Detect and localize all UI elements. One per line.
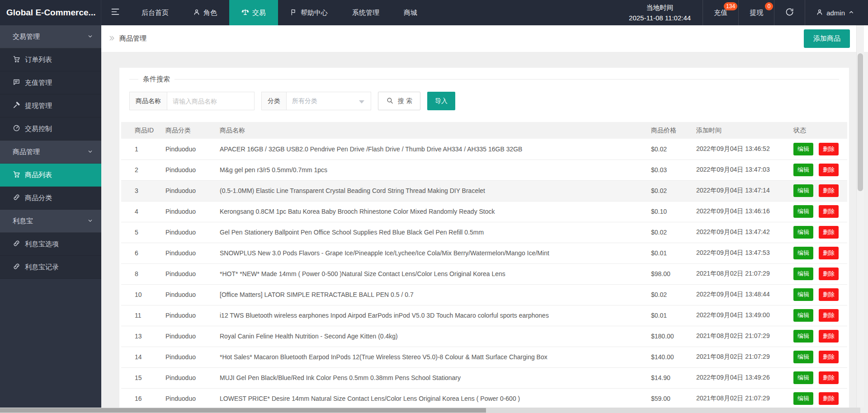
username: admin [826,9,845,17]
nav-item-help-center[interactable]: 帮助中心 [278,0,340,25]
edit-button[interactable]: 编辑 [793,226,813,239]
nav-item-trade[interactable]: 交易 [229,0,278,25]
category-select[interactable]: 所有分类 [287,92,371,110]
edit-button[interactable]: 编辑 [793,309,813,322]
sidebar-item-product-list[interactable]: 商品列表 [0,164,101,187]
cart-icon [13,55,20,64]
cart-icon [13,170,20,179]
import-button[interactable]: 导入 [427,92,455,110]
category-selected-value: 所有分类 [292,97,317,105]
recharge-button[interactable]: 充值 134 [703,0,738,25]
delete-button[interactable]: 删除 [819,351,839,363]
edit-button[interactable]: 编辑 [793,143,813,155]
user-icon [193,9,200,17]
edit-button[interactable]: 编辑 [793,268,813,280]
edit-button[interactable]: 编辑 [793,351,813,363]
cell-product-category: Pinduoduo [162,367,216,388]
sidebar-group-interest-treasure[interactable]: 利息宝 [0,210,101,233]
vertical-scrollbar[interactable] [856,25,864,408]
delete-button[interactable]: 删除 [819,268,839,280]
cell-product-name: (0.5-1.0MM) Elastic Line Transparent Cry… [216,180,647,201]
vertical-scrollbar-thumb[interactable] [858,53,863,191]
search-button[interactable]: 搜 索 [378,92,420,110]
delete-button[interactable]: 删除 [819,392,839,405]
cell-product-price: $180.00 [647,326,693,347]
delete-button[interactable]: 删除 [819,288,839,301]
cell-added-time: 2022年09月04日 13:47:53 [693,243,790,263]
cell-product-category: Pinduoduo [162,222,216,243]
delete-button[interactable]: 删除 [819,164,839,176]
nav-item-dashboard[interactable]: 后台首页 [129,0,181,25]
cell-product-price: $0.02 [647,284,693,305]
local-time-value: 2025-11-08 11:02:44 [629,13,691,23]
edit-button[interactable]: 编辑 [793,330,813,343]
chevron-down-icon [359,100,364,103]
user-menu[interactable]: admin [805,0,868,25]
sidebar-item-interest-records[interactable]: 利息宝记录 [0,256,101,279]
table-row: 8 Pinduoduo *HOT* *NEW* Made 14mm ( Powe… [121,263,847,284]
edit-button[interactable]: 编辑 [793,164,813,176]
table-row: 5 Pinduoduo Gel Pen Stationery Ballpoint… [121,222,847,243]
refresh-button[interactable] [774,0,805,25]
sidebar-item-recharge-management[interactable]: 充值管理 [0,71,101,94]
table-row: 15 Pinduoduo MUJI Gel Pen Black/Blue/Red… [121,367,847,388]
edit-button[interactable]: 编辑 [793,288,813,301]
gavel-icon [13,101,20,110]
edit-button[interactable]: 编辑 [793,392,813,405]
delete-button[interactable]: 删除 [819,184,839,197]
nav-item-system[interactable]: 系统管理 [340,0,392,25]
nav-item-roles[interactable]: 角色 [181,0,229,25]
withdraw-button[interactable]: 提现 0 [738,0,774,25]
sidebar-item-order-list[interactable]: 订单列表 [0,48,101,71]
sidebar-item-interest-options[interactable]: 利息宝选项 [0,233,101,256]
search-panel: 条件搜索 商品名称 分类 所有分类 [129,75,839,110]
cell-product-id: 11 [121,305,162,326]
delete-button[interactable]: 删除 [819,247,839,259]
cell-added-time: 2021年08月02日 21:07:29 [693,326,790,347]
cell-status: 编辑 删除 [790,263,847,284]
horizontal-scrollbar-thumb[interactable] [0,408,486,413]
delete-button[interactable]: 删除 [819,309,839,322]
table-row: 4 Pinduoduo Kerongsang 0.8CM 1pc Batu Ko… [121,201,847,222]
edit-button[interactable]: 编辑 [793,205,813,218]
cell-added-time: 2021年08月02日 21:07:29 [693,388,790,409]
delete-button[interactable]: 删除 [819,143,839,155]
delete-button[interactable]: 删除 [819,371,839,384]
cell-product-category: Pinduoduo [162,263,216,284]
scales-icon [241,8,249,17]
add-product-button[interactable]: 添加商品 [804,29,850,48]
cell-product-name: Royal Canin Feline Health Nutrition - Se… [216,326,647,347]
menu-toggle-button[interactable] [101,0,129,25]
sidebar-group-product-management[interactable]: 商品管理 [0,141,101,164]
chevron-down-icon [87,148,93,156]
cell-status: 编辑 删除 [790,347,847,367]
withdraw-badge: 0 [765,2,773,10]
delete-button[interactable]: 删除 [819,330,839,343]
nav-item-mall[interactable]: 商城 [392,0,429,25]
sidebar-group-trade-management[interactable]: 交易管理 [0,25,101,48]
sidebar-item-trade-control[interactable]: 交易控制 [0,117,101,141]
edit-button[interactable]: 编辑 [793,247,813,259]
search-legend: 条件搜索 [138,75,175,84]
edit-button[interactable]: 编辑 [793,184,813,197]
horizontal-scrollbar[interactable] [0,408,860,413]
cell-product-price: $98.00 [647,263,693,284]
flag-icon [290,9,297,17]
product-name-label: 商品名称 [130,92,167,110]
refresh-icon [785,8,794,18]
local-time-label: 当地时间 [629,2,691,13]
delete-button[interactable]: 删除 [819,226,839,239]
table-row: 13 Pinduoduo Royal Canin Feline Health N… [121,326,847,347]
cell-status: 编辑 删除 [790,201,847,222]
cell-added-time: 2022年09月04日 13:47:03 [693,160,790,180]
sidebar-item-product-category[interactable]: 商品分类 [0,187,101,210]
edit-button[interactable]: 编辑 [793,371,813,384]
chevron-down-icon [87,33,93,41]
column-status: 状态 [790,122,847,139]
cell-status: 编辑 删除 [790,326,847,347]
table-row: 10 Pinduoduo [Office Matters] LATOR SIMP… [121,284,847,305]
main-area: 商品管理 添加商品 条件搜索 商品名称 分类 所有分 [101,25,868,413]
delete-button[interactable]: 删除 [819,205,839,218]
product-name-input[interactable] [167,92,254,110]
sidebar-item-withdraw-management[interactable]: 提现管理 [0,94,101,117]
